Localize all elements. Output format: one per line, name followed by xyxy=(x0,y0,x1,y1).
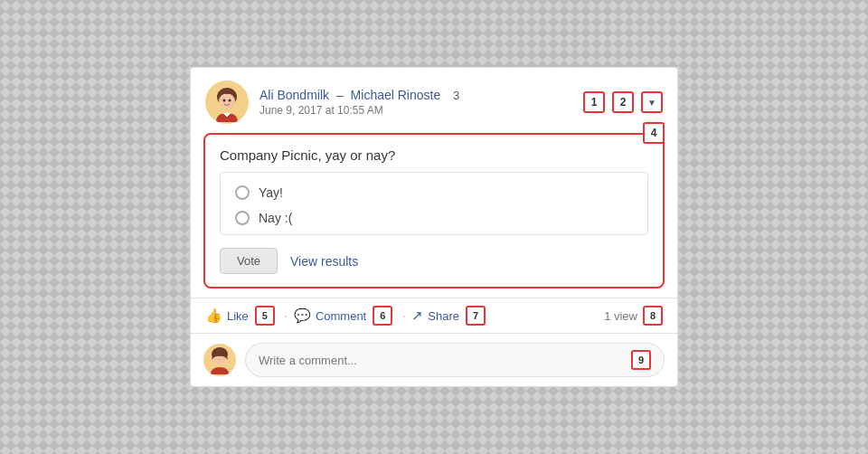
view-results-link[interactable]: View results xyxy=(290,254,358,269)
coauthor-name[interactable]: Michael Rinoste xyxy=(351,88,441,102)
sep2: · xyxy=(401,307,406,326)
author-separator: – xyxy=(336,88,344,102)
poll-option-2: Nay :( xyxy=(235,211,633,225)
annotation-9: 9 xyxy=(631,350,651,370)
svg-point-3 xyxy=(229,99,231,102)
sep1: · xyxy=(284,307,288,326)
annotation-1: 1 xyxy=(583,91,605,113)
post-date: June 9, 2017 at 10:55 AM xyxy=(259,104,572,117)
like-icon: 👍 xyxy=(205,307,222,324)
comment-button[interactable]: 💬 Comment 6 xyxy=(294,306,392,326)
share-label: Share xyxy=(428,309,459,323)
annotation-4: 4 xyxy=(643,122,665,144)
interaction-bar: 👍 Like 5 · 💬 Comment 6 · ↗ Share 7 1 vie… xyxy=(191,298,677,333)
poll-section: 4 Company Picnic, yay or nay? Yay! Nay :… xyxy=(203,133,665,288)
post-meta: Ali Bondmilk – Michael Rinoste 3 June 9,… xyxy=(259,88,572,117)
option-nay-label: Nay :( xyxy=(259,211,292,225)
radio-nay[interactable] xyxy=(235,211,250,225)
like-button[interactable]: 👍 Like 5 xyxy=(205,306,275,326)
annotation-8: 8 xyxy=(643,306,663,326)
annotation-3-label: 3 xyxy=(453,89,459,102)
annotation-7: 7 xyxy=(466,306,486,326)
comment-row: 9 xyxy=(191,333,677,386)
poll-actions: Vote View results xyxy=(220,248,648,274)
post-author: Ali Bondmilk – Michael Rinoste 3 xyxy=(259,88,572,102)
author-name[interactable]: Ali Bondmilk xyxy=(259,88,329,102)
option-yay-label: Yay! xyxy=(259,185,283,200)
vote-button[interactable]: Vote xyxy=(220,248,278,274)
svg-point-2 xyxy=(223,99,226,102)
poll-options-area: Yay! Nay :( xyxy=(220,172,648,235)
dropdown-button[interactable]: ▼ xyxy=(641,91,663,113)
comment-avatar xyxy=(203,344,236,376)
avatar xyxy=(205,80,249,124)
comment-input-wrapper: 9 xyxy=(245,343,665,377)
share-button[interactable]: ↗ Share 7 xyxy=(411,306,486,326)
views-text: 1 view xyxy=(604,309,637,323)
poll-option-1: Yay! xyxy=(235,185,633,200)
share-icon: ↗ xyxy=(411,307,423,324)
comment-input[interactable] xyxy=(259,354,624,367)
annotation-5: 5 xyxy=(255,306,275,326)
radio-yay[interactable] xyxy=(235,185,250,200)
header-annotations: 1 2 ▼ xyxy=(583,91,663,113)
comment-icon: 💬 xyxy=(294,307,311,324)
annotation-6: 6 xyxy=(373,306,392,326)
like-label: Like xyxy=(227,309,249,323)
post-card: Ali Bondmilk – Michael Rinoste 3 June 9,… xyxy=(190,67,678,387)
svg-point-1 xyxy=(219,93,235,109)
poll-question: Company Picnic, yay or nay? xyxy=(220,147,648,163)
post-header: Ali Bondmilk – Michael Rinoste 3 June 9,… xyxy=(191,68,677,133)
annotation-2: 2 xyxy=(612,91,634,113)
comment-label: Comment xyxy=(316,309,366,323)
views-count: 1 view 8 xyxy=(604,306,663,326)
